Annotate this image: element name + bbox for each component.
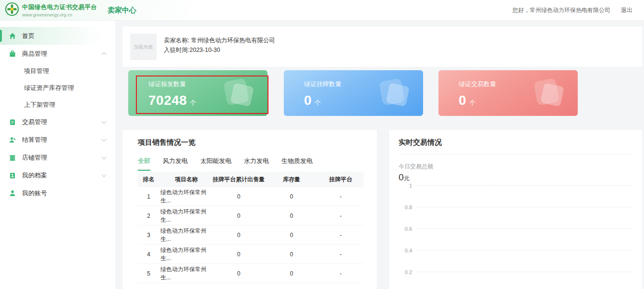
sales-tab[interactable]: 生物质发电 <box>281 157 313 171</box>
sidebar-item-label: 结算管理 <box>22 136 47 144</box>
sidebar-item-home[interactable]: 首页 <box>0 27 115 45</box>
platform-title: 中国绿色电力证书交易平台 <box>22 3 97 12</box>
gridline <box>417 185 632 186</box>
sales-tab[interactable]: 全部 <box>138 157 150 171</box>
gridline <box>417 228 632 229</box>
stat-unit: 个 <box>190 99 196 106</box>
stat-card-issued[interactable]: 绿证核发数量 70248个 <box>128 70 267 116</box>
table-row: 1 绿色动力环保常州生... 0 0 - <box>138 187 364 206</box>
user-greeting: 您好，常州绿色动力环保热电有限公司 <box>512 6 610 14</box>
cell-sold: 0 <box>212 232 265 239</box>
gridline <box>417 207 632 207</box>
cell-name: 绿色动力环保常州生... <box>159 246 212 263</box>
stat-card-listed[interactable]: 绿证挂牌数量 0个 <box>284 70 423 116</box>
sidebar-item-goods[interactable]: 商品管理 <box>0 45 115 63</box>
sales-tab[interactable]: 水力发电 <box>244 157 269 171</box>
cell-rank: 3 <box>138 232 159 239</box>
today-total-label: 今日交易总额 <box>389 154 642 171</box>
chevron-down-icon <box>102 172 107 177</box>
y-axis-tick-label: 0.6 <box>389 226 412 232</box>
sidebar-item-label: 我的账号 <box>22 189 47 198</box>
stat-value: 70248 <box>148 93 187 108</box>
sidebar-item-account[interactable]: 我的账号 <box>0 184 115 202</box>
col-header-platform: 挂牌平台 <box>318 176 364 184</box>
certificate-3d-icon <box>534 78 565 108</box>
cell-stock: 0 <box>265 193 318 200</box>
sidebar-item-archive[interactable]: 我的档案 <box>0 166 115 184</box>
sidebar-subitem-project-management[interactable]: 项目管理 <box>0 63 115 79</box>
cell-sold: 0 <box>212 213 265 219</box>
cell-stock: 0 <box>265 232 318 239</box>
sidebar-subitem-listing-management[interactable]: 上下架管理 <box>0 96 115 113</box>
chevron-down-icon <box>102 119 107 124</box>
chevron-down-icon <box>102 137 107 141</box>
realtime-trade-panel: 实时交易情况 今日交易总额 0元 1 0.8 0.6 <box>389 130 642 289</box>
y-axis-tick-label: 0.8 <box>389 204 412 210</box>
sales-table: 排名 项目名称 挂牌平台累计出售量 库存量 挂牌平台 1 绿色动力环保常州生..… <box>138 172 364 283</box>
cell-name: 绿色动力环保常州生... <box>159 188 212 205</box>
logout-link[interactable]: 退出 <box>621 6 632 14</box>
trade-doc-icon <box>9 118 16 126</box>
cell-rank: 2 <box>138 213 159 219</box>
chart-gridline-row: 0.8 <box>389 196 642 218</box>
stat-unit: 个 <box>469 99 475 106</box>
platform-url: www.greenenergy.org.cn <box>22 12 97 17</box>
cell-name: 绿色动力环保常州生... <box>159 227 212 243</box>
main-content: 加载失败 卖家名称: 常州绿色动力环保热电有限公司 入驻时间:2023-10-3… <box>115 21 644 289</box>
sidebar-item-trade[interactable]: 交易管理 <box>0 113 115 131</box>
chart-gridline-row: 0.4 <box>389 239 642 261</box>
cell-platform: - <box>318 213 364 219</box>
trade-panel-title: 实时交易情况 <box>389 130 642 147</box>
cell-stock: 0 <box>265 270 318 277</box>
sales-tab[interactable]: 风力发电 <box>163 157 188 171</box>
project-sales-panel: 项目销售情况一览 全部 风力发电 太阳能发电 水力发电 生物质发电 排名 项目名… <box>122 130 377 289</box>
sales-panel-title: 项目销售情况一览 <box>122 130 377 147</box>
cell-sold: 0 <box>212 270 265 277</box>
sidebar-subitem-cert-inventory[interactable]: 绿证资产库存管理 <box>0 79 115 96</box>
sidebar-item-label: 店铺管理 <box>22 153 47 162</box>
sidebar: 首页 商品管理 项目管理 绿证资产库存管理 上下架管理 交易管理 结算管理 店铺… <box>0 21 115 289</box>
archive-card-icon <box>9 172 16 179</box>
certificate-3d-icon <box>379 78 411 108</box>
cell-stock: 0 <box>265 213 318 219</box>
sales-table-header: 排名 项目名称 挂牌平台累计出售量 库存量 挂牌平台 <box>138 172 364 187</box>
shop-stack-icon <box>9 154 16 162</box>
cell-platform: - <box>318 251 364 258</box>
certificate-3d-icon <box>223 78 255 108</box>
platform-logo-icon <box>5 2 19 18</box>
stat-card-traded[interactable]: 绿证交易数量 0个 <box>438 70 578 116</box>
goods-bag-icon <box>9 50 16 58</box>
chart-gridline-row: 0.6 <box>389 218 642 239</box>
y-axis-tick-label: 1 <box>389 183 412 188</box>
stat-value: 0 <box>304 93 312 108</box>
col-header-stock: 库存量 <box>265 176 318 184</box>
cell-name: 绿色动力环保常州生... <box>159 265 212 282</box>
cell-rank: 5 <box>138 270 159 277</box>
portal-title[interactable]: 卖家中心 <box>108 6 136 15</box>
gridline <box>417 250 632 251</box>
home-icon <box>9 32 16 40</box>
trade-chart: 1 0.8 0.6 0.4 0. <box>389 175 642 283</box>
gridline <box>417 272 632 272</box>
sidebar-item-label: 首页 <box>22 32 35 40</box>
cell-sold: 0 <box>212 193 265 200</box>
seller-join-time: 入驻时间:2023-10-30 <box>164 46 220 54</box>
top-header: 中国绿色电力证书交易平台 www.greenenergy.org.cn 卖家中心… <box>0 0 644 21</box>
chevron-up-icon <box>102 52 107 57</box>
cell-platform: - <box>318 193 364 200</box>
sales-tab[interactable]: 太阳能发电 <box>200 157 231 171</box>
page: { "header": { "brand_title": "中国绿色电力证书交易… <box>0 0 644 289</box>
sidebar-item-settlement[interactable]: 结算管理 <box>0 131 115 149</box>
cell-sold: 0 <box>212 251 265 258</box>
table-row: 2 绿色动力环保常州生... 0 0 - <box>138 206 364 226</box>
table-row: 4 绿色动力环保常州生... 0 0 - <box>138 245 364 264</box>
cell-rank: 1 <box>138 193 159 200</box>
seller-name: 卖家名称: 常州绿色动力环保热电有限公司 <box>164 37 275 45</box>
y-axis-tick-label: 0.4 <box>389 248 412 253</box>
sidebar-item-shop[interactable]: 店铺管理 <box>0 149 115 166</box>
sales-tabs: 全部 风力发电 太阳能发电 水力发电 生物质发电 <box>122 147 377 171</box>
cell-stock: 0 <box>265 251 318 258</box>
cell-platform: - <box>318 270 364 277</box>
y-axis-tick-label: 0.2 <box>389 269 412 275</box>
cell-name: 绿色动力环保常州生... <box>159 208 212 224</box>
